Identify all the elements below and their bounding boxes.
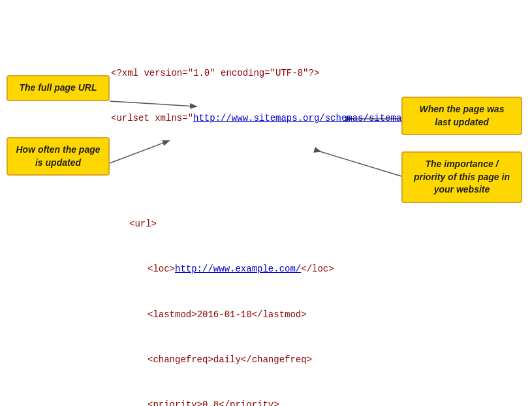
xml-declaration: <?xml version="1.0" encoding="UTF-8"?> <box>111 66 440 81</box>
urlset-namespace-link[interactable]: http://www.sitemaps.org/schemas/sitemap/… <box>193 113 429 123</box>
page-container: <?xml version="1.0" encoding="UTF-8"?> <… <box>0 0 532 406</box>
urlset-open: <urlset xmlns="http://www.sitemaps.org/s… <box>111 111 440 126</box>
url-entry-1: <url> <loc>http://www.example.com/</loc>… <box>129 187 440 406</box>
code-block: <?xml version="1.0" encoding="UTF-8"?> <… <box>111 36 440 406</box>
annotation-url-box: The full page URL <box>7 75 110 101</box>
annotation-freq-box: How often the page is updated <box>7 137 110 176</box>
annotation-priority-box: The importance / priority of this page i… <box>401 151 522 203</box>
annotation-lastmod-box: When the page was last updated <box>401 97 522 135</box>
loc-link-1[interactable]: http://www.example.com/ <box>175 264 301 274</box>
